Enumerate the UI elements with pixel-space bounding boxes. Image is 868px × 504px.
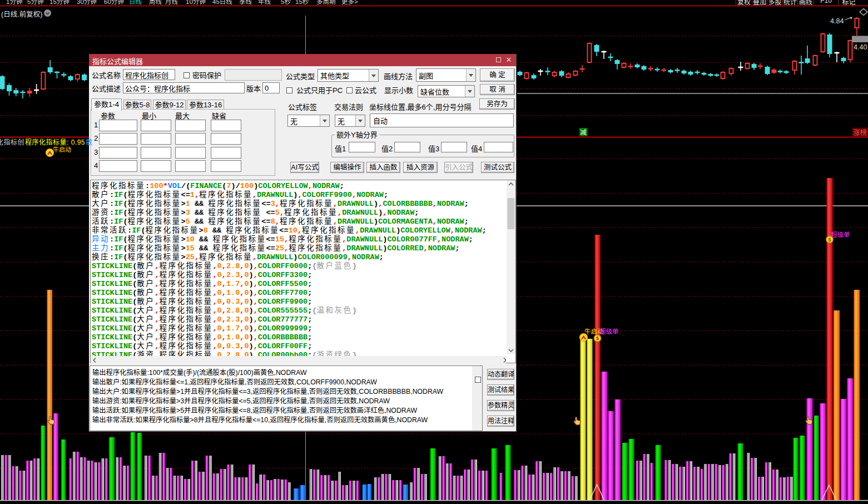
svg-text:$: $ bbox=[828, 237, 831, 243]
svg-text:超级单: 超级单 bbox=[599, 328, 619, 335]
svg-text:程序化指标量: 0.95: 程序化指标量: 0.95 bbox=[25, 138, 85, 146]
svg-text:4.40: 4.40 bbox=[854, 43, 867, 51]
svg-text:涨榜: 涨榜 bbox=[853, 129, 867, 137]
svg-text:化指标创: 化指标创 bbox=[0, 138, 24, 146]
svg-text:减: 减 bbox=[580, 129, 587, 136]
svg-text:4.84: 4.84 bbox=[830, 17, 844, 25]
svg-text:$: $ bbox=[596, 335, 599, 341]
svg-text:超级单: 超级单 bbox=[831, 231, 850, 238]
svg-text:牛启动: 牛启动 bbox=[53, 146, 71, 153]
svg-text:散: 散 bbox=[86, 138, 92, 146]
